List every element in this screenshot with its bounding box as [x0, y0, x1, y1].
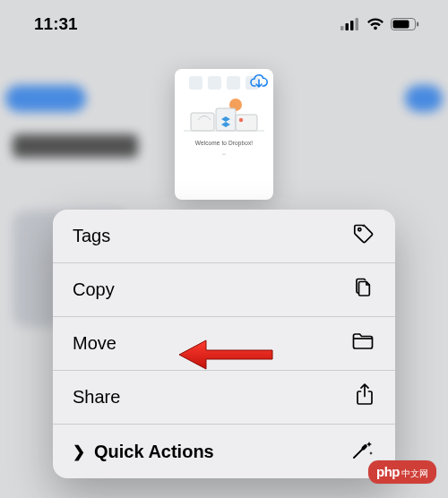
svg-rect-5 [393, 21, 409, 29]
menu-item-quick-actions[interactable]: ❯ Quick Actions [53, 425, 395, 478]
battery-icon [391, 18, 419, 30]
svg-rect-1 [346, 23, 349, 30]
watermark-site: 中文网 [401, 468, 428, 480]
status-time: 11:31 [34, 14, 78, 34]
cloud-download-icon [250, 74, 268, 93]
svg-rect-10 [236, 115, 257, 131]
tag-icon [352, 222, 375, 250]
svg-rect-0 [340, 26, 344, 30]
menu-item-copy[interactable]: Copy [53, 263, 395, 317]
watermark: php 中文网 [368, 460, 436, 484]
thumbnail-illustration [184, 93, 264, 134]
menu-item-label: Tags [73, 226, 110, 246]
menu-item-label: Copy [73, 279, 115, 300]
share-icon [354, 382, 375, 412]
copy-icon [352, 276, 375, 304]
svg-point-12 [358, 228, 361, 231]
svg-rect-8 [191, 113, 214, 131]
svg-rect-2 [350, 21, 354, 30]
context-menu: Tags Copy Move Share [53, 210, 395, 478]
wifi-icon [366, 18, 384, 30]
svg-point-11 [239, 118, 243, 122]
folder-icon [350, 330, 375, 357]
menu-item-label: Move [73, 333, 116, 354]
status-bar: 11:31 [0, 0, 448, 48]
cellular-icon [340, 18, 360, 30]
svg-rect-6 [417, 22, 418, 27]
menu-item-tags[interactable]: Tags [53, 210, 395, 263]
menu-item-move[interactable]: Move [53, 317, 395, 371]
chevron-right-icon: ❯ [73, 442, 85, 461]
thumbnail-title: Welcome to Dropbox! [195, 140, 253, 146]
watermark-brand: php [376, 464, 400, 479]
menu-item-share[interactable]: Share [53, 371, 395, 425]
menu-item-label: Quick Actions [94, 442, 214, 462]
menu-item-label: Share [73, 387, 120, 408]
svg-rect-3 [356, 18, 359, 30]
file-thumbnail[interactable]: Welcome to Dropbox! •• [175, 69, 273, 200]
wand-sparkle-icon [350, 438, 375, 466]
